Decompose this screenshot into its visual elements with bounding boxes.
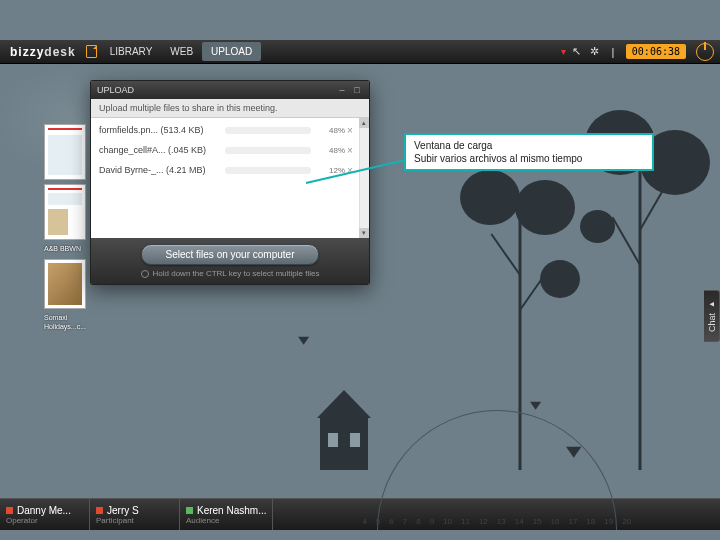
upload-hint: Hold down the CTRL key to select multipl… [97, 269, 363, 278]
wallpaper-house [320, 390, 368, 470]
thumbnail-label: Somaxi Holidays...c... [44, 313, 88, 331]
dial-tick: 20 [622, 517, 631, 526]
power-button[interactable] [696, 43, 714, 61]
upload-file-row: formfields.pn... (513.4 KB)48%× [91, 120, 369, 140]
participant-role: Operator [6, 516, 83, 525]
dial-tick: 9 [430, 517, 434, 526]
upload-subtitle: Upload multiple files to share in this m… [91, 99, 369, 118]
cursor-icon[interactable]: ↖ [568, 45, 586, 58]
status-dot-icon [186, 507, 193, 514]
wallpaper-bird: ▾ [298, 330, 309, 349]
participant-tile[interactable]: Danny Me...Operator [0, 499, 90, 530]
scrollbar[interactable]: ▴ ▾ [359, 118, 369, 238]
nav-web[interactable]: WEB [161, 42, 202, 61]
brand-text: desk [44, 45, 75, 59]
timeline-dial[interactable]: 4567891011121314151617181920 [273, 499, 720, 530]
brand-logo: bizzydesk [0, 45, 86, 59]
cancel-upload-icon[interactable]: × [345, 125, 355, 136]
dial-tick: 18 [586, 517, 595, 526]
annotation-text: Subir varios archivos al mismo tiempo [414, 152, 644, 165]
wallpaper-bird: ▾ [530, 395, 541, 414]
dial-tick: 13 [497, 517, 506, 526]
upload-progress-bar [225, 167, 311, 174]
nav-upload[interactable]: UPLOAD [202, 42, 261, 61]
upload-footer: Select files on your computer Hold down … [91, 238, 369, 284]
upload-window-title: UPLOAD [97, 85, 134, 95]
dial-tick: 14 [515, 517, 524, 526]
dial-tick: 6 [389, 517, 393, 526]
window-close-icon[interactable]: □ [351, 85, 363, 95]
scroll-up-icon[interactable]: ▴ [359, 118, 369, 128]
dial-tick: 10 [443, 517, 452, 526]
upload-file-name: David Byrne-_... (4.21 MB) [99, 165, 219, 175]
upload-file-name: formfields.pn... (513.4 KB) [99, 125, 219, 135]
slide-thumbnail[interactable] [44, 124, 86, 180]
dial-tick: 19 [604, 517, 613, 526]
brand-text: bizzy [10, 45, 44, 59]
dial-tick: 11 [461, 517, 470, 526]
dial-tick: 17 [568, 517, 577, 526]
thumbnail-sidebar: A&B BBWN Somaxi Holidays...c... [44, 124, 88, 337]
thumbnail-label: A&B BBWN [44, 244, 88, 253]
settings-icon[interactable]: ✲ [586, 45, 604, 58]
dial-tick: 16 [551, 517, 560, 526]
status-dot-icon [96, 507, 103, 514]
dial-tick: 8 [416, 517, 420, 526]
dial-tick: 5 [376, 517, 380, 526]
dial-tick: 7 [403, 517, 407, 526]
dial-tick: 12 [479, 517, 488, 526]
upload-window: UPLOAD – □ Upload multiple files to shar… [90, 80, 370, 285]
upload-window-titlebar[interactable]: UPLOAD – □ [91, 81, 369, 99]
participant-tile[interactable]: Jerry SParticipant [90, 499, 180, 530]
annotation-callout: Ventana de carga Subir varios archivos a… [404, 133, 654, 171]
participant-role: Participant [96, 516, 173, 525]
upload-progress-bar [225, 127, 311, 134]
bottom-taskbar: Danny Me...OperatorJerry SParticipantKer… [0, 498, 720, 530]
select-files-button[interactable]: Select files on your computer [141, 244, 320, 265]
chat-tab[interactable]: Chat ▸ [704, 290, 720, 342]
status-dot-icon [6, 507, 13, 514]
dial-tick: 15 [533, 517, 542, 526]
participant-tile[interactable]: Keren Nashm...Audience [180, 499, 273, 530]
slide-thumbnail[interactable] [44, 259, 86, 309]
slide-thumbnail[interactable] [44, 184, 86, 240]
divider-icon: | [604, 46, 622, 58]
scroll-down-icon[interactable]: ▾ [359, 228, 369, 238]
upload-file-row: change_cell#A... (.045 KB)48%× [91, 140, 369, 160]
top-toolbar: bizzydesk LIBRARY WEB UPLOAD ▾ ↖ ✲ | 00:… [0, 40, 720, 64]
file-icon [86, 45, 97, 58]
upload-percent: 48% [317, 146, 345, 155]
upload-file-name: change_cell#A... (.045 KB) [99, 145, 219, 155]
dial-tick: 4 [362, 517, 366, 526]
radio-icon [141, 270, 149, 278]
session-clock: 00:06:38 [626, 44, 686, 59]
caret-icon: ▾ [561, 46, 566, 57]
cancel-upload-icon[interactable]: × [345, 145, 355, 156]
participant-role: Audience [186, 516, 266, 525]
nav-library[interactable]: LIBRARY [101, 42, 162, 61]
window-minimize-icon[interactable]: – [336, 85, 348, 95]
annotation-text: Ventana de carga [414, 139, 644, 152]
upload-percent: 48% [317, 126, 345, 135]
upload-progress-bar [225, 147, 311, 154]
